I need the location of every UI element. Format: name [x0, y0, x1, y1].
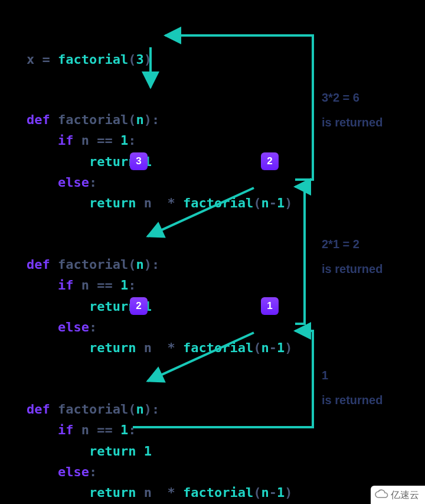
- kw-else: else: [58, 175, 89, 190]
- annotation-3: 1 is returned: [322, 366, 382, 409]
- kw-return: return: [89, 154, 136, 169]
- kw-if: if: [58, 278, 74, 292]
- kw-def: def: [27, 402, 50, 417]
- badge-arg-level1: 2: [261, 152, 279, 170]
- code-block-2: def factorial(n): if n == 1: return 1 el…: [27, 233, 292, 379]
- anno-expr: 1: [322, 366, 382, 384]
- anno-returned: is returned: [322, 260, 382, 278]
- op-assign: =: [42, 52, 50, 67]
- badge-n-level2: 2: [130, 297, 148, 315]
- fn-name: factorial: [58, 52, 128, 67]
- badge-arg-level2: 1: [261, 297, 279, 315]
- kw-else: else: [58, 320, 89, 334]
- var-x: x: [27, 52, 42, 67]
- annotation-2: 2*1 = 2 is returned: [322, 235, 382, 278]
- call-line: x = factorial(3): [27, 28, 152, 91]
- badge-n-level1: 3: [130, 152, 148, 170]
- arg-3: 3: [136, 52, 143, 67]
- annotation-1: 3*2 = 6 is returned: [322, 89, 382, 131]
- watermark-text: 亿速云: [391, 489, 419, 502]
- recursive-call: factorial: [183, 196, 253, 210]
- kw-if: if: [58, 422, 74, 437]
- anno-returned: is returned: [322, 113, 382, 131]
- kw-def: def: [27, 112, 50, 127]
- watermark: 亿速云: [371, 486, 425, 504]
- kw-else: else: [58, 464, 89, 479]
- kw-def: def: [27, 257, 50, 272]
- code-block-3: def factorial(n): if n == 1: return 1 el…: [27, 378, 292, 504]
- code-block-1: def factorial(n): if n == 1: return 1 el…: [27, 89, 292, 234]
- diagram-canvas: x = factorial(3) def factorial(n): if n …: [0, 0, 425, 504]
- anno-expr: 2*1 = 2: [322, 235, 382, 253]
- cloud-icon: [374, 488, 388, 500]
- kw-return: return: [89, 196, 136, 210]
- anno-returned: is returned: [322, 391, 382, 409]
- anno-expr: 3*2 = 6: [322, 89, 382, 106]
- kw-if: if: [58, 133, 74, 148]
- arrow-return-2: [295, 187, 305, 324]
- fn-name: factorial: [58, 112, 128, 127]
